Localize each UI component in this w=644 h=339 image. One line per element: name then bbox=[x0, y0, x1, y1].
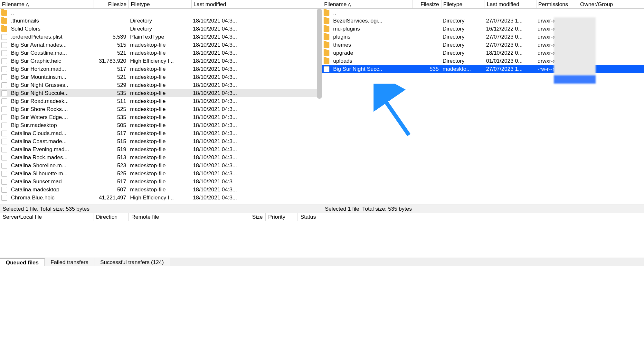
file-row[interactable]: mu-pluginsDirectory16/12/2022 0...drwxr-… bbox=[322, 25, 644, 33]
remote-header-row[interactable]: Filename ⋀ Filesize Filetype Last modifi… bbox=[322, 0, 644, 9]
qcol-status[interactable]: Status bbox=[298, 213, 644, 221]
file-icon bbox=[1, 98, 7, 104]
cell-mod: 18/10/2021 04:3... bbox=[191, 138, 275, 145]
cell-type: madesktop-file bbox=[128, 114, 191, 121]
local-header-row[interactable]: Filename ⋀ Filesize Filetype Last modifi… bbox=[0, 0, 322, 9]
cell-size: 507 bbox=[93, 187, 128, 193]
file-icon bbox=[1, 82, 7, 88]
cell-size: 521 bbox=[93, 74, 128, 80]
cell-type: madesktop-file bbox=[128, 138, 191, 145]
file-row[interactable]: Big Sur Coastline.ma...521madesktop-file… bbox=[0, 49, 322, 57]
file-row[interactable]: Catalina.madesktop507madesktop-file18/10… bbox=[0, 186, 322, 194]
col-filesize[interactable]: Filesize bbox=[412, 0, 441, 8]
cell-size: 505 bbox=[93, 122, 128, 129]
file-row[interactable]: Big Sur Shore Rocks....525madesktop-file… bbox=[0, 105, 322, 113]
folder-icon bbox=[1, 26, 7, 32]
cell-name: Catalina Silhouette.m... bbox=[9, 170, 93, 177]
file-row[interactable]: Big Sur Night Succule...535madesktop-fil… bbox=[0, 89, 322, 97]
qcol-priority[interactable]: Priority bbox=[266, 213, 298, 221]
qcol-direction[interactable]: Direction bbox=[93, 213, 129, 221]
remote-file-list[interactable]: ..BezelServices.logi...Directory27/07/20… bbox=[322, 9, 644, 205]
file-row[interactable]: Big Sur Mountains.m...521madesktop-file1… bbox=[0, 73, 322, 81]
cell-mod: 01/01/2023 0... bbox=[484, 58, 536, 64]
tab-queued[interactable]: Queued files bbox=[0, 258, 45, 266]
scrollbar[interactable] bbox=[317, 9, 322, 99]
queue-header[interactable]: Server/Local file Direction Remote file … bbox=[0, 213, 644, 221]
file-row[interactable]: pluginsDirectory27/07/2023 0...drwxr-xr-… bbox=[322, 33, 644, 41]
col-filename[interactable]: Filename ⋀ bbox=[322, 0, 412, 8]
file-row[interactable]: Catalina Evening.mad...519madesktop-file… bbox=[0, 145, 322, 153]
file-row[interactable]: Chroma Blue.heic41,221,497High Efficienc… bbox=[0, 194, 322, 202]
cell-mod: 18/10/2021 04:3... bbox=[191, 26, 275, 32]
file-row[interactable]: .thumbnailsDirectory18/10/2021 04:3... bbox=[0, 17, 322, 25]
file-row[interactable]: themesDirectory27/07/2023 0...drwxr-xr-x bbox=[322, 41, 644, 49]
cell-mod: 18/10/2021 04:3... bbox=[191, 82, 275, 88]
col-filesize[interactable]: Filesize bbox=[93, 0, 129, 8]
cell-size: 517 bbox=[93, 66, 128, 72]
cell-mod: 18/10/2021 04:3... bbox=[191, 42, 275, 48]
cell-name: Catalina.madesktop bbox=[9, 187, 93, 193]
cell-type: Directory bbox=[128, 18, 191, 24]
file-row[interactable]: Catalina Shoreline.m...523madesktop-file… bbox=[0, 161, 322, 170]
file-row[interactable]: Big Sur Graphic.heic31,783,920High Effic… bbox=[0, 57, 322, 65]
sort-asc-icon: ⋀ bbox=[348, 2, 351, 7]
file-icon bbox=[1, 58, 7, 64]
file-row[interactable]: Big Sur Horizon.mad...517madesktop-file1… bbox=[0, 65, 322, 73]
file-row[interactable]: Big Sur Road.madesk...511madesktop-file1… bbox=[0, 97, 322, 105]
file-row[interactable]: .. bbox=[0, 9, 322, 17]
cell-name: Chroma Blue.heic bbox=[9, 195, 93, 201]
cell-type: madeskto... bbox=[441, 66, 484, 72]
file-icon bbox=[324, 66, 329, 72]
folder-icon bbox=[324, 42, 329, 48]
file-row[interactable]: upgradeDirectory18/10/2022 0...drwxr-xr-… bbox=[322, 49, 644, 57]
file-row[interactable]: Big Sur Waters Edge....535madesktop-file… bbox=[0, 113, 322, 121]
cell-type: madesktop-file bbox=[128, 154, 191, 161]
file-row[interactable]: Solid ColorsDirectory18/10/2021 04:3... bbox=[0, 25, 322, 33]
col-lastmodified[interactable]: Last modified bbox=[192, 0, 322, 8]
col-lastmodified[interactable]: Last modified bbox=[485, 0, 536, 8]
tab-failed[interactable]: Failed transfers bbox=[45, 258, 94, 266]
file-row[interactable]: Catalina Rock.mades...513madesktop-file1… bbox=[0, 153, 322, 161]
file-row[interactable]: Big Sur Night Grasses..529madesktop-file… bbox=[0, 81, 322, 89]
cell-mod: 18/10/2021 04:3... bbox=[191, 58, 275, 64]
col-filetype[interactable]: Filetype bbox=[441, 0, 485, 8]
file-row[interactable]: uploadsDirectory01/01/2023 0...drwxr-xr-… bbox=[322, 57, 644, 65]
file-row[interactable]: Big Sur Aerial.mades...515madesktop-file… bbox=[0, 41, 322, 49]
local-file-list[interactable]: ...thumbnailsDirectory18/10/2021 04:3...… bbox=[0, 9, 322, 205]
remote-status: Selected 1 file. Total size: 535 bytes bbox=[322, 205, 644, 213]
file-row[interactable]: Catalina Clouds.mad...517madesktop-file1… bbox=[0, 129, 322, 137]
cell-mod: 27/07/2023 1... bbox=[484, 18, 536, 24]
queue-body[interactable] bbox=[0, 221, 644, 258]
col-ownergroup[interactable]: Owner/Group bbox=[578, 0, 644, 8]
cell-name: Big Sur Night Succ.. bbox=[331, 66, 412, 72]
cell-size: 521 bbox=[93, 50, 128, 56]
col-permissions[interactable]: Permissions bbox=[536, 0, 578, 8]
qcol-size[interactable]: Size bbox=[246, 213, 266, 221]
cell-name: Solid Colors bbox=[9, 26, 93, 32]
cell-name: Big Sur Shore Rocks.... bbox=[9, 106, 93, 113]
file-icon bbox=[1, 50, 7, 56]
cell-type: Directory bbox=[441, 26, 484, 32]
cell-size: 511 bbox=[93, 98, 128, 105]
file-row[interactable]: .orderedPictures.plist5,539PlainTextType… bbox=[0, 33, 322, 41]
file-row[interactable]: Catalina Silhouette.m...525madesktop-fil… bbox=[0, 170, 322, 178]
file-row[interactable]: Big Sur.madesktop505madesktop-file18/10/… bbox=[0, 121, 322, 129]
qcol-remotefile[interactable]: Remote file bbox=[129, 213, 246, 221]
col-filename[interactable]: Filename ⋀ bbox=[0, 0, 93, 8]
tab-successful[interactable]: Successful transfers (124) bbox=[94, 258, 170, 266]
file-row[interactable]: BezelServices.logi...Directory27/07/2023… bbox=[322, 17, 644, 25]
file-icon bbox=[1, 123, 7, 128]
file-icon bbox=[1, 34, 7, 40]
file-icon bbox=[1, 90, 7, 96]
cell-mod: 18/10/2021 04:3... bbox=[191, 66, 275, 72]
file-row[interactable]: Catalina Sunset.mad...517madesktop-file1… bbox=[0, 178, 322, 186]
cell-mod: 18/10/2021 04:3... bbox=[191, 130, 275, 137]
qcol-serverlocal[interactable]: Server/Local file bbox=[0, 213, 93, 221]
folder-icon bbox=[324, 34, 329, 40]
cell-mod: 18/10/2021 04:3... bbox=[191, 18, 275, 24]
file-row[interactable]: Big Sur Night Succ..535madeskto...27/07/… bbox=[322, 65, 644, 73]
cell-type: High Efficiency I... bbox=[128, 58, 191, 64]
col-filetype[interactable]: Filetype bbox=[129, 0, 192, 8]
file-row[interactable]: .. bbox=[322, 9, 644, 17]
file-row[interactable]: Catalina Coast.made...515madesktop-file1… bbox=[0, 137, 322, 145]
